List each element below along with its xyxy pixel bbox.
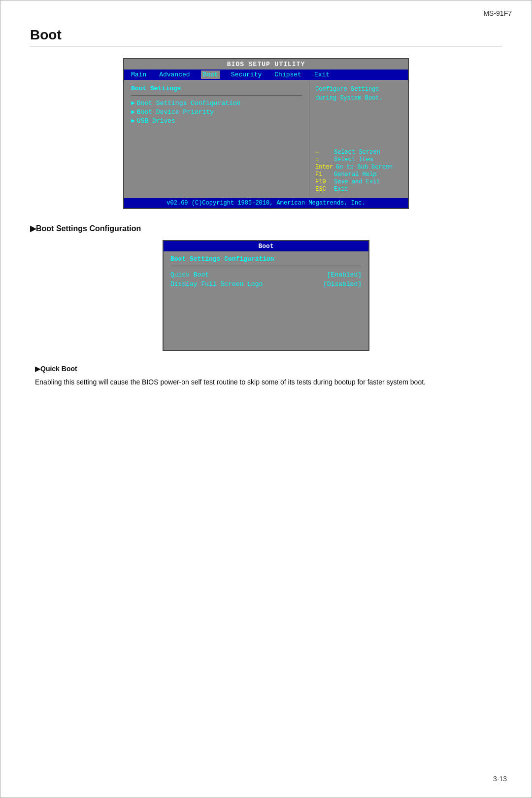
key-row-4: F1 General Help (315, 171, 402, 178)
bios-footer: v02.69 (C)Copyright 1985-2010, American … (124, 198, 408, 208)
bios-menu-boot[interactable]: Boot (201, 70, 220, 79)
bios-menu-chipset[interactable]: Chipset (272, 70, 303, 79)
bios-section-title: Boot Settings (131, 85, 302, 92)
config-label-display-logo: Display Full Screen Logo (170, 280, 263, 288)
key-row-6: ESC Exit (315, 186, 402, 193)
key-label-enter: Enter (315, 164, 333, 171)
bios-right-panel: Configure Settings during System Boot. ↔… (309, 80, 408, 198)
page-wrapper: MS-91F7 Boot BIOS SETUP UTILITY Main Adv… (0, 0, 532, 798)
bios-menu-advanced[interactable]: Advanced (157, 70, 192, 79)
bios-title-bar: BIOS SETUP UTILITY (124, 59, 408, 69)
boot-settings-config-header: ▶Boot Settings Configuration (30, 224, 502, 233)
bios-entry-usb-drives[interactable]: ► USB Drives (131, 117, 302, 125)
key-desc-general-help: General Help (334, 171, 376, 178)
config-row-display-logo[interactable]: Display Full Screen Logo [Disabled] (164, 279, 368, 289)
config-value-display-logo: [Disabled] (323, 280, 362, 288)
page-title: Boot (30, 27, 502, 46)
quick-boot-title: ▶Quick Boot (35, 365, 497, 373)
quick-boot-section: ▶Quick Boot Enabling this setting will c… (30, 365, 502, 387)
key-label-f10: F10 (315, 178, 331, 185)
bios-help-text: Configure Settings during System Boot. (315, 85, 402, 103)
bios-divider2 (170, 266, 362, 266)
key-label-updown: ↕ (315, 156, 331, 163)
arrow-icon-3: ► (131, 117, 135, 125)
bios-entry-boot-settings-config[interactable]: ► Boot Settings Configuration (131, 100, 302, 107)
bios-body: Boot Settings ► Boot Settings Configurat… (124, 80, 408, 198)
quick-boot-description: Enabling this setting will cause the BIO… (35, 377, 497, 387)
bios-body2: Boot Settings Configuration Quick Boot [… (164, 251, 368, 350)
key-desc-select-item: Select Item (334, 156, 373, 163)
bios-menu-bar: Main Advanced Boot Security Chipset Exit (124, 69, 408, 80)
config-row-quick-boot[interactable]: Quick Boot [Enabled] (164, 270, 368, 279)
key-desc-select-screen: Select Screen (334, 149, 380, 156)
bios-screen2: Boot Boot Settings Configuration Quick B… (163, 240, 369, 351)
arrow-icon-2: ► (131, 108, 135, 116)
bios-left-panel: Boot Settings ► Boot Settings Configurat… (124, 80, 309, 198)
key-row-2: ↕ Select Item (315, 156, 402, 163)
bios-main-screen: BIOS SETUP UTILITY Main Advanced Boot Se… (123, 58, 409, 209)
content-area: Boot BIOS SETUP UTILITY Main Advanced Bo… (0, 17, 532, 407)
model-label: MS-91F7 (0, 0, 532, 17)
key-label-esc: ESC (315, 186, 331, 193)
bios-menu-exit[interactable]: Exit (312, 70, 332, 79)
bios-menu-main[interactable]: Main (129, 70, 148, 79)
config-label-quick-boot: Quick Boot (170, 271, 209, 278)
key-row-1: ↔ Select Screen (315, 149, 402, 156)
key-label-arrows: ↔ (315, 149, 331, 156)
key-row-3: Enter Go to Sub Screen (315, 164, 402, 171)
config-value-quick-boot: [Enabled] (327, 271, 362, 278)
arrow-icon-1: ► (131, 100, 135, 107)
bios-sub-title: Boot Settings Configuration (164, 251, 368, 265)
bios-entry-boot-device-priority[interactable]: ► Boot Device Priority (131, 108, 302, 116)
model-text: MS-91F7 (483, 9, 512, 17)
key-row-5: F10 Save and Exit (315, 178, 402, 185)
bios-menu-security[interactable]: Security (229, 70, 264, 79)
bios-key-help: ↔ Select Screen ↕ Select Item Enter Go t… (315, 148, 402, 193)
key-desc-exit: Exit (334, 186, 348, 193)
key-desc-go-sub: Go to Sub Screen (336, 164, 393, 171)
key-label-f1: F1 (315, 171, 331, 178)
page-number: 3-13 (493, 775, 507, 783)
key-desc-save-exit: Save and Exit (334, 178, 380, 185)
bios-title-bar2: Boot (164, 241, 368, 251)
